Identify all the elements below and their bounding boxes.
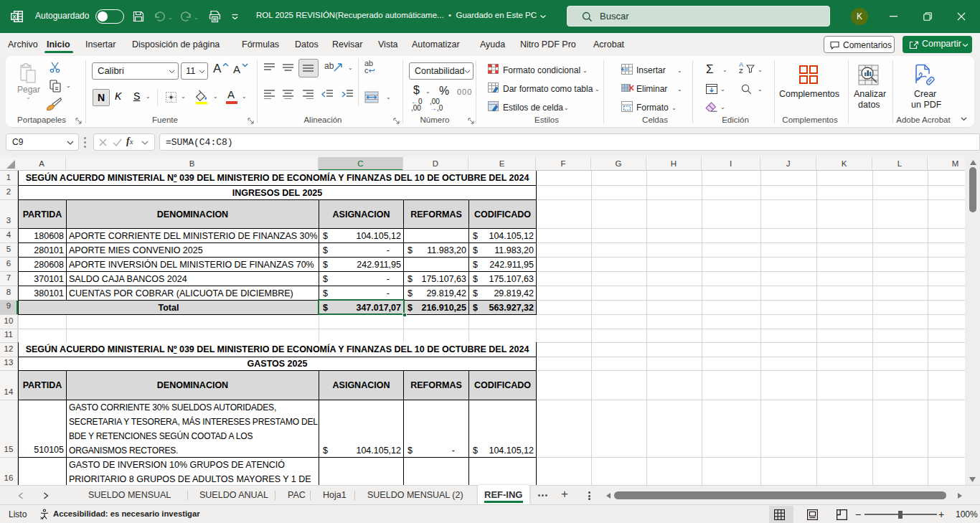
svg-text:X: X <box>12 14 16 20</box>
